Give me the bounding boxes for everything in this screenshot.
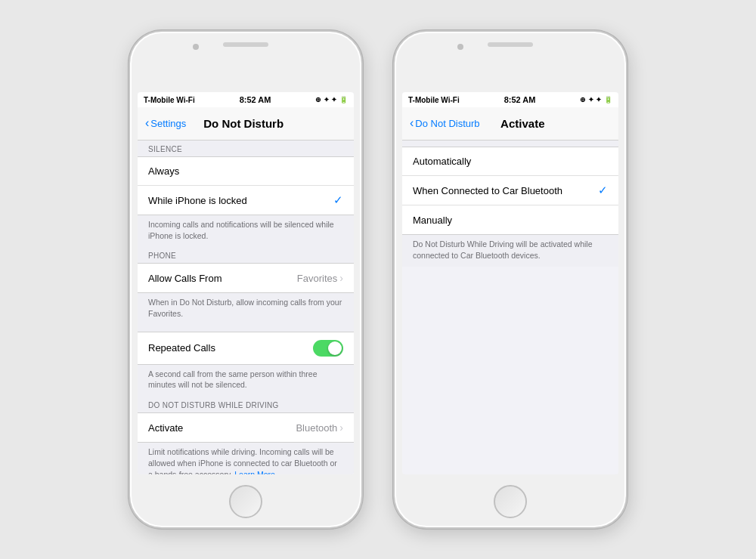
activate-value: Bluetooth ›: [296, 422, 343, 434]
manually-item[interactable]: Manually: [402, 205, 618, 234]
back-chevron-1: ‹: [145, 117, 149, 129]
home-button-2[interactable]: [494, 485, 527, 518]
spacer1: [138, 326, 354, 332]
carrier-1: T-Mobile Wi-Fi: [144, 96, 195, 104]
silence-group: Always While iPhone is locked ✓: [138, 156, 354, 215]
silence-header: SILENCE: [138, 141, 354, 156]
automatically-label: Automatically: [413, 156, 471, 167]
time-2: 8:52 AM: [504, 95, 536, 104]
allow-calls-item[interactable]: Allow Calls From Favorites ›: [138, 264, 354, 292]
repeated-desc: A second call from the same person withi…: [138, 365, 354, 397]
status-icons-2: ⊕ ✦ ✦ 🔋: [580, 96, 612, 103]
activate-desc: Do Not Disturb While Driving will be act…: [402, 235, 618, 267]
phone1: T-Mobile Wi-Fi 8:52 AM ⊕ ✦ ✦ 🔋 ‹ Setting…: [129, 30, 363, 529]
manually-label: Manually: [413, 215, 452, 226]
back-label-2: Do Not Disturb: [415, 118, 479, 129]
phone2: T-Mobile Wi-Fi 8:52 AM ⊕ ✦ ✦ 🔋 ‹ Do Not …: [393, 30, 627, 529]
nav-title-2: Activate: [500, 117, 544, 130]
nav-title-1: Do Not Disturb: [203, 117, 284, 130]
repeated-calls-label: Repeated Calls: [148, 342, 215, 354]
time-1: 8:52 AM: [240, 95, 271, 104]
back-chevron-2: ‹: [410, 117, 414, 129]
while-locked-item[interactable]: While iPhone is locked ✓: [138, 186, 354, 215]
repeated-calls-item[interactable]: Repeated Calls: [138, 332, 354, 364]
activate-label: Activate: [148, 422, 183, 434]
while-locked-checkmark: ✓: [333, 193, 343, 207]
screen1: T-Mobile Wi-Fi 8:52 AM ⊕ ✦ ✦ 🔋 ‹ Setting…: [138, 92, 354, 474]
carrier-2: T-Mobile Wi-Fi: [408, 96, 460, 104]
repeated-calls-toggle[interactable]: [313, 340, 343, 357]
content-1: SILENCE Always While iPhone is locked ✓ …: [138, 141, 354, 474]
allow-calls-value: Favorites ›: [297, 272, 343, 284]
when-connected-item[interactable]: When Connected to Car Bluetooth ✓: [402, 176, 618, 205]
driving-desc: Limit notifications while driving. Incom…: [138, 443, 354, 474]
speaker-dot-2: [457, 44, 463, 50]
activate-text: Bluetooth: [296, 422, 337, 434]
nav-bar-1: ‹ Settings Do Not Disturb: [138, 107, 354, 141]
allow-calls-label: Allow Calls From: [148, 273, 222, 284]
activate-item[interactable]: Activate Bluetooth ›: [138, 413, 354, 442]
automatically-item[interactable]: Automatically: [402, 147, 618, 176]
speaker-dot: [193, 44, 199, 50]
driving-header: DO NOT DISTURB WHILE DRIVING: [138, 397, 354, 412]
allow-calls-text: Favorites: [297, 273, 337, 284]
always-item[interactable]: Always: [138, 157, 354, 186]
when-connected-label: When Connected to Car Bluetooth: [413, 185, 562, 196]
nav-bar-2: ‹ Do Not Disturb Activate: [402, 107, 618, 141]
silence-desc: Incoming calls and notifications will be…: [138, 215, 354, 247]
when-connected-checkmark: ✓: [598, 184, 608, 197]
back-label-1: Settings: [150, 118, 186, 129]
status-bar-1: T-Mobile Wi-Fi 8:52 AM ⊕ ✦ ✦ 🔋: [138, 92, 354, 107]
spacer2: [402, 141, 618, 147]
back-button-1[interactable]: ‹ Settings: [145, 118, 186, 129]
activate-options-group: Automatically When Connected to Car Blue…: [402, 147, 618, 235]
phone-group: Allow Calls From Favorites ›: [138, 263, 354, 293]
learn-more-link[interactable]: Learn More...: [234, 470, 281, 475]
back-button-2[interactable]: ‹ Do Not Disturb: [410, 118, 480, 129]
while-locked-label: While iPhone is locked: [148, 195, 247, 206]
allow-calls-chevron: ›: [339, 272, 343, 284]
content-2: Automatically When Connected to Car Blue…: [402, 141, 618, 267]
repeated-group: Repeated Calls: [138, 332, 354, 365]
activate-chevron: ›: [339, 422, 343, 434]
status-icons-1: ⊕ ✦ ✦ 🔋: [315, 96, 348, 103]
home-button-1[interactable]: [229, 485, 262, 518]
status-bar-2: T-Mobile Wi-Fi 8:52 AM ⊕ ✦ ✦ 🔋: [402, 92, 618, 107]
calls-desc: When in Do Not Disturb, allow incoming c…: [138, 293, 354, 325]
driving-group: Activate Bluetooth ›: [138, 412, 354, 443]
screen2: T-Mobile Wi-Fi 8:52 AM ⊕ ✦ ✦ 🔋 ‹ Do Not …: [402, 92, 618, 474]
phone-header: PHONE: [138, 247, 354, 263]
always-label: Always: [148, 165, 179, 177]
